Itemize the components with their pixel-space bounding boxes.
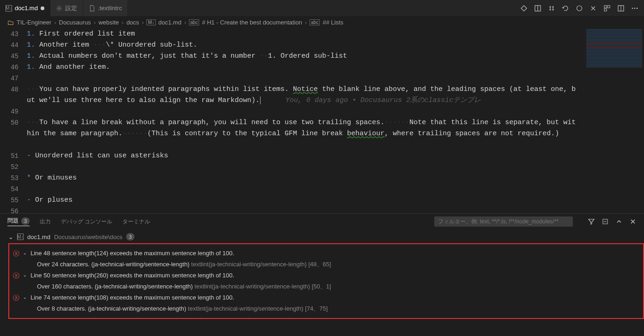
close-panel-icon[interactable] (629, 218, 637, 225)
chevron-up-icon[interactable] (615, 218, 623, 225)
file-name: doc1.md (27, 234, 50, 240)
problem-message: Line 74 sentence length(108) exceeds the… (30, 293, 234, 302)
open-preview-icon[interactable] (534, 5, 541, 12)
tab-terminal[interactable]: ターミナル (122, 218, 150, 226)
code-area[interactable]: 1. First ordered list item1. Another ite… (27, 29, 584, 213)
titlebar-actions (515, 0, 644, 16)
chevron-down-icon: ⌄ (8, 234, 13, 240)
svg-point-9 (632, 7, 633, 9)
tab-label: 問題 (7, 217, 18, 225)
symbol-icon: abc (189, 19, 199, 25)
chevron-right-icon: › (54, 19, 56, 26)
tab-output[interactable]: 出力 (40, 218, 51, 226)
source-control-icon[interactable] (520, 5, 528, 12)
svg-rect-5 (608, 6, 610, 8)
modified-dot-icon (41, 6, 44, 10)
gutter: 4344454647 48 4950 515253545556 (0, 29, 27, 213)
collapse-all-icon[interactable] (601, 218, 609, 225)
markdown-icon: M↓ (6, 5, 12, 12)
filter-icon[interactable] (588, 218, 595, 225)
problems-filter-input[interactable] (434, 216, 573, 227)
problem-detail: Over 24 characters. (ja-technical-writin… (13, 260, 639, 269)
tab-label: .textlintrc (98, 5, 122, 12)
bc-item[interactable]: ## Lists (322, 19, 343, 26)
gear-icon (56, 5, 62, 12)
bc-item[interactable]: docs (127, 19, 139, 26)
bc-item[interactable]: doc1.md (158, 19, 182, 26)
problems-count-badge: 3 (21, 217, 30, 225)
svg-point-0 (58, 7, 60, 9)
error-icon: ⓧ (13, 249, 19, 258)
tab-problems[interactable]: 問題 3 (7, 217, 30, 226)
bottom-panel: 問題 3 出力 デバッグ コンソール ターミナル ⌄ M↓ doc1.md Do… (0, 213, 644, 329)
svg-point-11 (637, 7, 638, 9)
symbol-icon: abc (310, 19, 320, 25)
problem-detail: Over 8 characters. (ja-technical-writing… (13, 304, 639, 313)
run-icon[interactable] (576, 5, 583, 12)
problems-file-header[interactable]: ⌄ M↓ doc1.md Docusaurus\website\docs 3 (8, 231, 644, 242)
tab-label: doc1.md (15, 5, 38, 12)
problems-body: ⌄ M↓ doc1.md Docusaurus\website\docs 3 ⓧ… (0, 229, 644, 319)
error-icon: ⓧ (13, 271, 19, 280)
file-count-badge: 3 (126, 233, 134, 240)
svg-rect-4 (604, 6, 607, 8)
problem-item[interactable]: ⓧ⌃Line 50 sentence length(260) exceeds t… (13, 269, 639, 282)
editor-tabs: M↓ doc1.md 設定 .textlintrc (0, 0, 515, 16)
titlebar: M↓ doc1.md 設定 .textlintrc (0, 0, 644, 16)
minimap[interactable] (584, 29, 644, 213)
extensions-icon[interactable] (603, 5, 611, 12)
chevron-right-icon: › (305, 19, 307, 26)
compare-icon[interactable] (548, 5, 555, 12)
chevron-down-icon: ⌃ (23, 250, 27, 255)
tab-textlintrc[interactable]: .textlintrc (83, 0, 128, 16)
revert-icon[interactable] (562, 5, 569, 12)
chevron-right-icon: › (142, 19, 144, 26)
tab-settings[interactable]: 設定 (50, 0, 83, 16)
chevron-right-icon: › (94, 19, 96, 26)
problem-detail: Over 160 characters. (ja-technical-writi… (13, 282, 639, 291)
problem-item[interactable]: ⓧ⌃Line 74 sentence length(108) exceeds t… (13, 291, 639, 304)
tab-debug-console[interactable]: デバッグ コンソール (61, 218, 112, 226)
problem-message: Line 48 sentence length(124) exceeds the… (30, 249, 234, 258)
chevron-down-icon: ⌃ (23, 294, 27, 300)
bc-item[interactable]: TIL-Engineer (17, 19, 51, 26)
breadcrumb[interactable]: TIL-Engineer › Docusaurus › website › do… (0, 16, 644, 29)
svg-point-10 (634, 7, 636, 9)
tab-doc1[interactable]: M↓ doc1.md (0, 0, 50, 16)
chevron-right-icon: › (184, 19, 186, 26)
folder-icon (7, 19, 14, 26)
panel-tabs: 問題 3 出力 デバッグ コンソール ターミナル (0, 214, 644, 229)
svg-point-3 (577, 6, 582, 11)
bc-item[interactable]: Docusaurus (59, 19, 91, 26)
tab-label: 設定 (65, 4, 77, 12)
chevron-right-icon: › (122, 19, 123, 26)
more-icon[interactable] (631, 5, 638, 12)
chevron-down-icon: ⌃ (23, 272, 27, 277)
split-icon[interactable] (589, 5, 597, 12)
file-path: Docusaurus\website\docs (54, 234, 122, 240)
markdown-icon: M↓ (17, 234, 24, 240)
split-editor-icon[interactable] (617, 5, 625, 12)
markdown-icon: M↓ (146, 19, 155, 25)
file-icon (89, 5, 95, 12)
error-icon: ⓧ (13, 293, 19, 302)
bc-item[interactable]: # H1 - Create the best documentation (202, 19, 302, 26)
svg-rect-6 (604, 9, 607, 11)
problems-list: ⓧ⌃Line 48 sentence length(124) exceeds t… (8, 243, 644, 319)
problem-message: Line 50 sentence length(260) exceeds the… (30, 271, 234, 280)
editor[interactable]: 4344454647 48 4950 515253545556 1. First… (0, 29, 644, 213)
bc-item[interactable]: website (98, 19, 119, 26)
problem-item[interactable]: ⓧ⌃Line 48 sentence length(124) exceeds t… (13, 247, 639, 260)
